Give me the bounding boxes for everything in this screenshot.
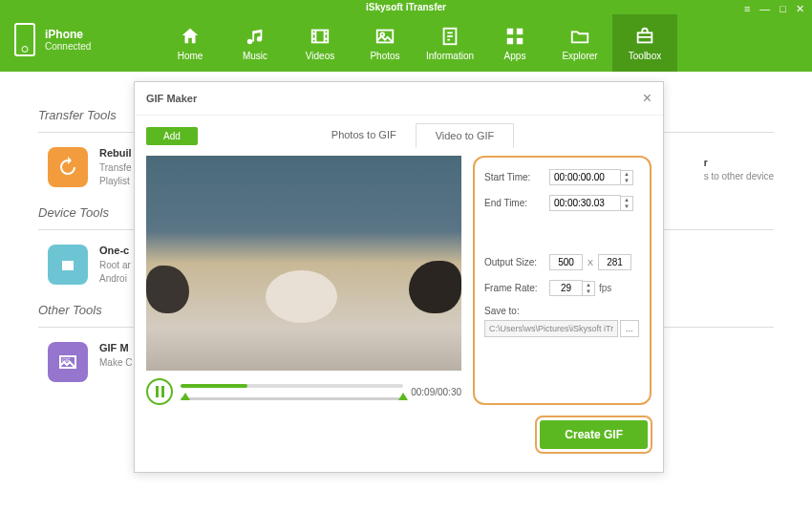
- end-time-label: End Time:: [484, 198, 549, 208]
- time-display: 00:09/00:30: [411, 387, 461, 397]
- explorer-icon: [569, 26, 590, 47]
- modal-title: GIF Maker: [146, 93, 197, 104]
- video-content: [266, 270, 337, 323]
- modal-toolbar: Add Photos to GIF Video to GIF: [135, 116, 663, 148]
- video-content: [146, 266, 189, 313]
- close-window-icon[interactable]: ✕: [796, 3, 804, 15]
- start-time-label: Start Time:: [484, 172, 549, 182]
- tool-rebuild[interactable]: RebuilTransfePlaylist: [48, 147, 132, 188]
- browse-button[interactable]: ...: [620, 320, 639, 337]
- minimize-icon[interactable]: —: [759, 3, 770, 15]
- svg-rect-7: [517, 37, 523, 43]
- end-up-icon[interactable]: ▲: [621, 197, 632, 203]
- toolbox-icon: [634, 26, 655, 47]
- close-icon[interactable]: ×: [643, 90, 652, 107]
- title-bar: iSkysoft iTransfer: [0, 0, 812, 14]
- svg-rect-0: [312, 30, 329, 42]
- modal-header: GIF Maker ×: [135, 82, 663, 116]
- maximize-icon[interactable]: □: [780, 3, 786, 15]
- nav-explorer[interactable]: Explorer: [547, 14, 612, 72]
- svg-point-9: [64, 263, 66, 265]
- fps-down-icon[interactable]: ▼: [583, 288, 594, 295]
- x-separator: X: [588, 258, 593, 267]
- video-content: [409, 261, 461, 313]
- tool-oneclick[interactable]: One-cRoot arAndroi: [48, 245, 131, 286]
- player-controls: 00:09/00:30: [146, 378, 461, 405]
- device-status: Connected: [45, 41, 91, 52]
- progress-bar[interactable]: [181, 384, 403, 388]
- nav-apps[interactable]: Apps: [482, 14, 547, 72]
- range-start-handle[interactable]: [181, 393, 190, 400]
- save-to-label: Save to:: [484, 306, 549, 316]
- output-size-label: Output Size:: [484, 257, 549, 267]
- info-icon: [439, 26, 460, 47]
- app-title: iSkysoft iTransfer: [366, 2, 446, 12]
- start-time-input[interactable]: [549, 169, 621, 185]
- fps-input[interactable]: [549, 280, 583, 296]
- tab-video-to-gif[interactable]: Video to GIF: [416, 123, 515, 148]
- tool-gif[interactable]: GIF GIF MMake C: [48, 342, 132, 382]
- fps-unit: fps: [599, 283, 611, 293]
- range-end-handle[interactable]: [398, 393, 408, 400]
- frame-rate-label: Frame Rate:: [484, 283, 549, 293]
- range-selector[interactable]: [181, 397, 403, 400]
- svg-rect-6: [507, 37, 513, 43]
- nav-home[interactable]: Home: [158, 14, 223, 72]
- nav-music[interactable]: Music: [223, 14, 288, 72]
- create-gif-button[interactable]: Create GIF: [540, 420, 648, 449]
- apps-icon: [504, 26, 525, 47]
- add-button[interactable]: Add: [146, 127, 198, 145]
- pause-button[interactable]: [146, 378, 173, 405]
- gif-maker-modal: GIF Maker × Add Photos to GIF Video to G…: [134, 81, 664, 473]
- photos-icon: [374, 26, 395, 47]
- height-input[interactable]: [598, 254, 631, 270]
- nav-information[interactable]: Information: [417, 14, 482, 72]
- android-icon: [48, 245, 88, 285]
- app-header: iSkysoft iTransfer ≡ — □ ✕ iPhone Connec…: [0, 0, 812, 72]
- rebuild-icon: [48, 147, 88, 187]
- music-icon: [245, 26, 266, 47]
- tab-photos-to-gif[interactable]: Photos to GIF: [312, 123, 416, 148]
- window-controls: ≡ — □ ✕: [744, 3, 804, 15]
- fps-up-icon[interactable]: ▲: [583, 282, 594, 288]
- video-preview[interactable]: [146, 156, 461, 371]
- svg-rect-4: [507, 28, 513, 33]
- start-up-icon[interactable]: ▲: [621, 171, 632, 178]
- start-down-icon[interactable]: ▼: [621, 178, 632, 184]
- home-icon: [180, 26, 201, 47]
- svg-rect-5: [517, 28, 523, 33]
- nav-photos[interactable]: Photos: [353, 14, 417, 72]
- nav-toolbox[interactable]: Toolbox: [612, 14, 677, 72]
- modal-footer: Create GIF: [135, 413, 663, 457]
- settings-panel: Start Time: ▲▼ End Time: ▲▼ Output Size:…: [473, 156, 652, 405]
- end-time-input[interactable]: [549, 195, 621, 211]
- video-section: 00:09/00:30: [146, 156, 461, 405]
- tool-right-peek: r s to other device: [704, 158, 774, 181]
- menu-icon[interactable]: ≡: [744, 3, 750, 15]
- device-name: iPhone: [45, 28, 91, 41]
- svg-point-10: [70, 263, 72, 265]
- phone-icon: [14, 23, 35, 56]
- gif-icon: GIF: [48, 342, 88, 382]
- save-path-input[interactable]: [484, 320, 618, 337]
- width-input[interactable]: [549, 254, 583, 270]
- videos-icon: [310, 26, 331, 47]
- end-down-icon[interactable]: ▼: [621, 203, 632, 210]
- nav-videos[interactable]: Videos: [288, 14, 353, 72]
